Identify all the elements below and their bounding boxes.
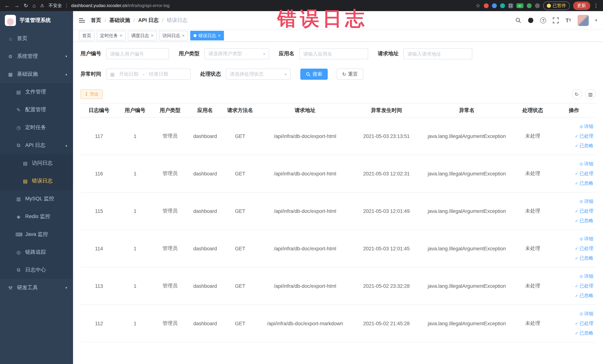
sidebar-item-config-management[interactable]: ✎ 配置管理	[0, 101, 73, 119]
detail-link[interactable]: ⊙详细	[554, 197, 593, 206]
tab-cron-tasks[interactable]: 定时任务×	[97, 31, 126, 40]
address-bar[interactable]: dashboard.yudao.iocoder.cn/infra/log/api…	[71, 3, 170, 8]
mark-processed-link[interactable]: ✓已处理	[554, 131, 593, 141]
close-icon[interactable]: ×	[182, 33, 185, 38]
status-select[interactable]: 请选择处理状态 ▾	[226, 69, 291, 80]
sidebar-item-access-log[interactable]: ▤ 访问日志	[0, 154, 73, 172]
help-icon[interactable]: ?	[540, 17, 546, 23]
extension-icon-on[interactable]: on	[516, 3, 523, 8]
browser-menu-icon[interactable]: ⋮	[593, 3, 599, 9]
mark-ignored-link[interactable]: ✓已忽略	[554, 216, 593, 225]
exception-time-range-picker[interactable]: ▦ 开始日期 - 结束日期	[106, 69, 191, 80]
mark-processed-link[interactable]: ✓已处理	[554, 244, 593, 253]
reset-button-label: 重置	[348, 71, 358, 78]
mark-processed-link[interactable]: ✓已处理	[554, 206, 593, 216]
sidebar-item-error-log[interactable]: ▤ 错误日志	[0, 172, 73, 190]
user-id-input[interactable]	[106, 48, 169, 59]
extension-icon-dark[interactable]	[535, 3, 540, 8]
sidebar-item-api-logs[interactable]: ⧉ API 日志 ▴	[0, 137, 73, 154]
sidebar-item-mysql-monitor[interactable]: ▥ MySQL 监控	[0, 190, 73, 208]
table-row: 115 1 管理员 dashboard GET /api/infra/db-do…	[81, 192, 596, 230]
home-button[interactable]: ⌂	[33, 3, 35, 8]
extension-icon-leaf[interactable]	[527, 3, 532, 8]
breadcrumb-home[interactable]: 首页	[91, 17, 109, 23]
detail-link[interactable]: ⊙详细	[554, 122, 593, 131]
mark-processed-link[interactable]: ✓已处理	[554, 169, 593, 178]
sidebar-item-label: 研发工具	[17, 284, 38, 291]
detail-link[interactable]: ⊙详细	[554, 159, 593, 169]
table-row: 114 1 管理员 dashboard GET /api/infra/db-do…	[81, 230, 596, 267]
tab-error-log[interactable]: 错误日志×	[190, 31, 224, 40]
mark-ignored-link[interactable]: ✓已忽略	[554, 328, 593, 338]
tab-access-log[interactable]: 访问日志×	[159, 31, 188, 40]
detail-link[interactable]: ⊙详细	[554, 271, 593, 281]
sidebar-item-dev-tools[interactable]: ⚒ 研发工具 ▾	[0, 279, 73, 297]
request-url-input[interactable]	[403, 48, 472, 59]
cell-exception: java.lang.IllegalArgumentException	[420, 192, 513, 230]
browser-chrome: ← → ↻ ⌂ ⚠ 不安全 dashboard.yudao.iocoder.cn…	[0, 0, 603, 11]
tab-home[interactable]: 首页	[79, 31, 94, 40]
column-header-user-id: 用户编号	[117, 103, 152, 117]
reload-button[interactable]: ↻	[24, 3, 28, 8]
sidebar-item-cron-tasks[interactable]: ◷ 定时任务	[0, 119, 73, 137]
extension-icon-red[interactable]	[484, 3, 488, 8]
sidebar-item-trace[interactable]: ◎ 链路追踪	[0, 243, 73, 261]
user-type-select[interactable]: 请选择用户类型 ▾	[204, 48, 269, 59]
mark-ignored-link[interactable]: ✓已忽略	[554, 291, 593, 300]
grid-icon: ▦	[7, 71, 13, 77]
reset-button[interactable]: ↻ 重置	[337, 69, 363, 80]
close-icon[interactable]: ×	[120, 33, 122, 38]
fullscreen-icon[interactable]	[553, 17, 559, 23]
detail-link[interactable]: ⊙详细	[554, 309, 593, 318]
chevron-down-icon[interactable]: ▾	[595, 18, 597, 22]
security-label[interactable]: 不安全	[48, 2, 62, 9]
forward-button[interactable]: →	[14, 3, 19, 8]
sidebar-item-java-monitor[interactable]: ⌨ Java 监控	[0, 225, 73, 243]
search-icon[interactable]	[515, 17, 522, 23]
table-row: 117 1 管理员 dashboard GET /api/infra/db-do…	[81, 117, 596, 155]
github-icon[interactable]	[528, 17, 534, 23]
cell-exception: java.lang.IllegalArgumentException	[420, 267, 513, 305]
check-icon: ✓	[575, 206, 578, 216]
back-button[interactable]: ←	[4, 3, 10, 8]
export-button[interactable]: ↧ 导出	[81, 89, 103, 99]
mark-processed-link[interactable]: ✓已处理	[554, 281, 593, 291]
access-log-icon: ▤	[22, 160, 28, 166]
bookmark-star-icon[interactable]: ☆	[476, 3, 480, 8]
font-size-icon[interactable]: TT	[565, 17, 571, 23]
sidebar-item-home[interactable]: ⌂ 首页	[0, 30, 73, 47]
detail-link[interactable]: ⊙详细	[554, 234, 593, 244]
search-button-label: 搜索	[313, 71, 322, 78]
close-icon[interactable]: ×	[218, 33, 220, 38]
cell-app-name: dashboard	[188, 267, 223, 305]
sidebar-item-redis-monitor[interactable]: ◈ Redis 监控	[0, 208, 73, 225]
extension-icon-vue[interactable]	[500, 3, 505, 8]
mark-ignored-link[interactable]: ✓已忽略	[554, 178, 593, 188]
sidebar-item-infrastructure[interactable]: ▦ 基础设施 ▴	[0, 65, 73, 83]
check-icon: ✓	[575, 318, 578, 328]
app-name-input[interactable]	[299, 48, 368, 59]
breadcrumb-api-logs[interactable]: API 日志	[138, 17, 167, 23]
check-icon: ✓	[575, 216, 578, 225]
user-avatar[interactable]	[578, 15, 589, 26]
refresh-table-button[interactable]: ↻	[571, 89, 582, 99]
search-button[interactable]: 搜索	[300, 69, 328, 80]
chevron-down-icon: ▾	[285, 72, 287, 76]
mark-ignored-link[interactable]: ✓已忽略	[554, 141, 593, 151]
sidebar-item-system[interactable]: ⚙ 系统管理 ▾	[0, 47, 73, 65]
paused-badge[interactable]: 已暂停	[543, 1, 570, 10]
mark-processed-link[interactable]: ✓已处理	[554, 318, 593, 328]
sidebar-item-log-center[interactable]: ⧉ 日志中心	[0, 261, 73, 279]
tab-schedule-log[interactable]: 调度日志×	[128, 31, 157, 40]
extension-icon-blue[interactable]	[492, 3, 497, 8]
sidebar-toggle-icon[interactable]	[79, 18, 85, 23]
close-icon[interactable]: ×	[151, 33, 153, 38]
table-row: 112 1 管理员 dashboard GET /api/infra/db-do…	[81, 305, 596, 342]
update-button[interactable]: 更新	[573, 1, 590, 10]
extension-icon-grid[interactable]	[508, 3, 513, 8]
sidebar-item-file-management[interactable]: ▤ 文件管理	[0, 83, 73, 101]
column-settings-button[interactable]: ▥	[585, 89, 596, 99]
column-header-time: 异常发生时间	[352, 103, 420, 117]
breadcrumb-infrastructure[interactable]: 基础设施	[109, 17, 138, 23]
mark-ignored-link[interactable]: ✓已忽略	[554, 253, 593, 263]
